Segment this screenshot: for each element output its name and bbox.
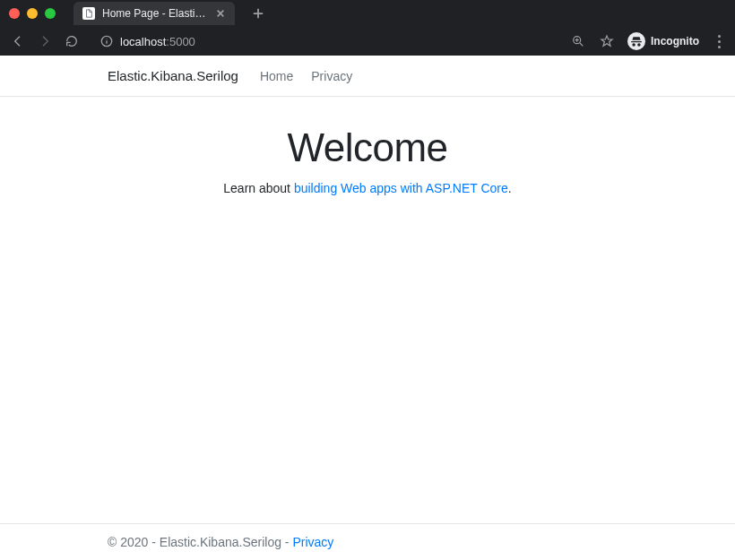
window-close-button[interactable] [9, 8, 20, 19]
main-content: Welcome Learn about building Web apps wi… [0, 97, 735, 523]
lead-suffix: . [508, 181, 512, 195]
forward-button[interactable] [36, 32, 54, 50]
bookmark-icon[interactable] [599, 33, 615, 49]
back-button[interactable] [9, 32, 27, 50]
lead-prefix: Learn about [223, 181, 294, 195]
new-tab-button[interactable] [247, 3, 269, 24]
page-title: Welcome [287, 125, 447, 170]
tab-title: Home Page - Elastic.Kibana.Se [102, 7, 208, 20]
aspnet-docs-link[interactable]: building Web apps with ASP.NET Core [294, 181, 508, 195]
brand-link[interactable]: Elastic.Kibana.Serilog [108, 68, 238, 83]
browser-menu-button[interactable] [712, 35, 726, 48]
incognito-badge[interactable]: Incognito [627, 32, 699, 50]
browser-chrome: Home Page - Elastic.Kibana.Se localhost:… [0, 0, 735, 56]
lead-text: Learn about building Web apps with ASP.N… [223, 181, 511, 195]
incognito-icon [627, 32, 645, 50]
incognito-label: Incognito [651, 35, 699, 47]
browser-tab[interactable]: Home Page - Elastic.Kibana.Se [74, 2, 235, 25]
window-minimize-button[interactable] [27, 8, 38, 19]
nav-privacy-link[interactable]: Privacy [311, 69, 352, 83]
window-controls [9, 8, 56, 19]
url-text: localhost:5000 [120, 35, 195, 48]
toolbar-actions: Incognito [570, 32, 726, 50]
page-icon [82, 7, 95, 20]
address-bar[interactable]: localhost:5000 [90, 30, 552, 53]
close-icon[interactable] [215, 8, 226, 19]
site-info-icon[interactable] [100, 35, 113, 47]
footer-privacy-link[interactable]: Privacy [292, 535, 333, 549]
site-footer: © 2020 - Elastic.Kibana.Serilog - Privac… [0, 523, 735, 560]
reload-button[interactable] [63, 32, 81, 50]
browser-toolbar: localhost:5000 Incognito [0, 27, 735, 56]
nav-home-link[interactable]: Home [260, 69, 293, 83]
window-maximize-button[interactable] [45, 8, 56, 19]
page-viewport: Elastic.Kibana.Serilog Home Privacy Welc… [0, 56, 735, 560]
tab-strip: Home Page - Elastic.Kibana.Se [0, 0, 735, 27]
footer-text: © 2020 - Elastic.Kibana.Serilog - [108, 535, 292, 549]
zoom-icon[interactable] [570, 33, 586, 49]
site-navbar: Elastic.Kibana.Serilog Home Privacy [0, 56, 735, 97]
